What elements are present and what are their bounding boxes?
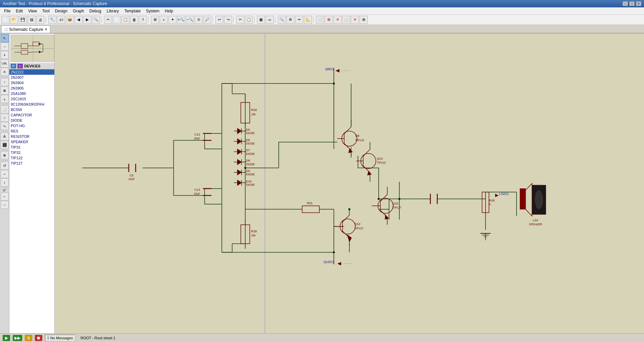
device-l-button[interactable]: L [17, 64, 23, 68]
menu-item-template[interactable]: Template [122, 8, 144, 14]
symbol-tool[interactable]: ⬛ [1, 141, 9, 149]
menu-item-library[interactable]: Library [104, 8, 122, 14]
menu-item-view[interactable]: View [25, 8, 40, 14]
zoom-area-button[interactable]: 🔎 [203, 16, 211, 24]
scroll-right-tool[interactable]: → [1, 201, 9, 209]
play-button[interactable]: ▶ [3, 335, 10, 341]
vsm4-button[interactable]: ⬜ [342, 16, 350, 24]
menu-item-help[interactable]: Help [162, 8, 176, 14]
device-item-pothg[interactable]: POT-HG [9, 123, 54, 128]
power-tool[interactable]: ⊕ [1, 87, 9, 95]
help-button[interactable]: ? [139, 16, 147, 24]
mirror-y-tool[interactable]: ↕ [1, 178, 9, 186]
scroll-left-tool[interactable]: ← [1, 192, 9, 201]
origin-button[interactable]: + [160, 16, 168, 24]
tool1-button[interactable]: ▦ [257, 16, 265, 24]
device-item-2n3905[interactable]: 2N3905 [9, 86, 54, 91]
cut2-button[interactable]: ✂ [236, 16, 244, 24]
device-item-2n2222[interactable]: 2N2222 [9, 69, 54, 75]
menu-item-file[interactable]: File [1, 8, 13, 14]
back-button[interactable]: ◀ [74, 16, 83, 24]
zoom-fit-button[interactable]: ⊙ [195, 16, 203, 24]
component-tool[interactable]: → [1, 43, 9, 51]
fwd-button[interactable]: ▶ [83, 16, 91, 24]
circle-tool[interactable]: ○ [1, 114, 9, 122]
box-tool[interactable]: ⬜ [1, 105, 9, 113]
menu-item-debug[interactable]: Debug [87, 8, 104, 14]
select-tool[interactable]: ↖ [1, 34, 9, 42]
pkg-button[interactable]: 📦 [66, 16, 74, 24]
schematic-canvas[interactable]: C5 10uF R29 15k R28 15k C12 20uF C13 20u… [55, 34, 644, 333]
grid-button[interactable]: ⊞ [151, 16, 159, 24]
device-item-2n3904[interactable]: 2N3904 [9, 80, 54, 86]
save-button[interactable]: 💾 [19, 16, 27, 24]
vsm6-button[interactable]: ⊞ [360, 16, 368, 24]
vsm3-button[interactable]: ✕ [333, 16, 341, 24]
minimize-button[interactable]: ─ [623, 1, 628, 6]
print-button[interactable]: 🖨 [36, 16, 44, 24]
prop-button[interactable]: 🔧 [48, 16, 56, 24]
wire-tool[interactable]: ↑ [1, 78, 9, 86]
tool3-button[interactable]: 🔍 [278, 16, 286, 24]
undo-button[interactable]: ↩ [215, 16, 223, 24]
vsm1-button[interactable]: ⬜ [316, 16, 324, 24]
mirror-x-tool[interactable]: ↔ [1, 170, 9, 178]
svg-line-128 [342, 215, 350, 222]
device-item-res[interactable]: RES [9, 128, 54, 134]
device-item-diode[interactable]: DIODE [9, 118, 54, 123]
tool2-button[interactable]: ═ [266, 16, 274, 24]
device-item-bc550[interactable]: BC550 [9, 107, 54, 112]
copy2-button[interactable]: 📋 [245, 16, 253, 24]
origin-tool[interactable]: ⊕ [1, 151, 9, 159]
copy-button[interactable]: 📄 [113, 16, 121, 24]
arc-tool[interactable]: ∿ [1, 122, 9, 130]
text-tool[interactable]: A [1, 132, 9, 140]
vsm5-button[interactable]: ✕ [351, 16, 359, 24]
schematic-capture-tab[interactable]: ⬡ Schematic Capture ✕ [1, 25, 50, 33]
bus-tool[interactable]: ≡ [1, 68, 9, 76]
device-item-tip32[interactable]: TIP32 [9, 150, 54, 155]
menu-item-edit[interactable]: Edit [13, 8, 25, 14]
tool6-button[interactable]: 📐 [304, 16, 312, 24]
device-item-tip127[interactable]: TIP127 [9, 161, 54, 166]
open-button[interactable]: 📂 [10, 16, 18, 24]
pause-button[interactable]: ⏸ [25, 335, 32, 341]
wire-label-tool[interactable]: LBL [1, 59, 9, 67]
close-button[interactable]: ✕ [636, 1, 641, 6]
device-item-speaker[interactable]: SPEAKER [9, 139, 54, 145]
zoom-out-button[interactable]: −🔍 [186, 16, 194, 24]
new-button[interactable]: 📄 [1, 16, 9, 24]
rotate-tool[interactable]: ↺ [1, 162, 9, 170]
device-item-resistor[interactable]: RESISTOR [9, 134, 54, 139]
junction-tool[interactable]: + [1, 51, 9, 59]
cut-button[interactable]: ✂ [104, 16, 112, 24]
device-item-tip31[interactable]: TIP31 [9, 145, 54, 150]
device-item-capacitor[interactable]: CAPACITOR [9, 112, 54, 118]
delete-button[interactable]: 🗑 [130, 16, 138, 24]
stop-button[interactable]: ⏹ [35, 335, 42, 341]
annot-button[interactable]: 🏷 [57, 16, 65, 24]
device-item-2sa1085[interactable]: 2SA1085 [9, 91, 54, 96]
tab-close-button[interactable]: ✕ [45, 27, 47, 31]
device-item-tip122[interactable]: TIP122 [9, 155, 54, 161]
step-button[interactable]: ▶▶ [13, 335, 22, 341]
redo-button[interactable]: ↪ [224, 16, 232, 24]
tool4-button[interactable]: ⚙ [286, 16, 294, 24]
maximize-button[interactable]: □ [629, 1, 635, 6]
paste-button[interactable]: 📋 [121, 16, 129, 24]
menu-item-design[interactable]: Design [52, 8, 70, 14]
saveas-button[interactable]: 🖫 [28, 16, 36, 24]
device-item-9c12063a33r2fkh[interactable]: 9C12063A33R2FKH [9, 102, 54, 107]
device-item-2n2907[interactable]: 2N2907 [9, 75, 54, 80]
menu-item-graph[interactable]: Graph [70, 8, 87, 14]
find-button[interactable]: 🔍 [92, 16, 100, 24]
ground-tool[interactable]: ⏚ [1, 95, 9, 103]
device-p-button[interactable]: P [11, 64, 16, 68]
tool5-button[interactable]: ✏ [295, 16, 303, 24]
zoom-in-button[interactable]: +🔍 [177, 16, 185, 24]
pan-button[interactable]: ✦ [168, 16, 176, 24]
menu-item-system[interactable]: System [143, 8, 162, 14]
menu-item-tool[interactable]: Tool [40, 8, 52, 14]
device-item-2sc1815[interactable]: 2SC1815 [9, 96, 54, 102]
vsm2-button[interactable]: ⊠ [325, 16, 333, 24]
